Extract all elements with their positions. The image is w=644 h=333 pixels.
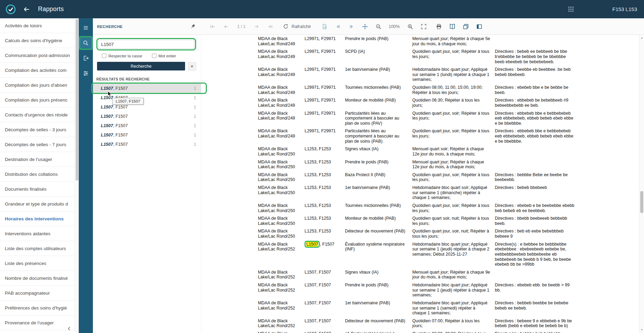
intervention-cell: Détecteur de mouvement (PAB) — [345, 229, 408, 239]
clear-search-button[interactable]: × — [188, 62, 196, 70]
sidebar-report-item[interactable]: Compilation des jours d'absen — [0, 78, 75, 93]
directives-cell: Directives : ebbebeb bbe e bebbebebeb ee… — [495, 129, 575, 144]
refresh-icon — [283, 23, 289, 29]
report-row: MDAA de Black Lake/Lac Rond/252 L1507, F… — [258, 240, 639, 268]
sidebar-report-item[interactable]: Documents finalisés — [0, 182, 75, 197]
sidebar-report-item[interactable]: Provenance de l'usager — [0, 315, 75, 330]
match-case-option[interactable]: Respecter la casse — [102, 54, 142, 58]
sidebar-report-item[interactable]: Communication post-admission — [0, 48, 75, 63]
report-row: MDAA de Black Lake/Lac Rond/250 L1253, F… — [258, 215, 639, 227]
results-title: RÉSULTATS DE RECHERCHE — [93, 70, 201, 84]
prev-page-icon[interactable] — [223, 23, 229, 30]
sidebar-report-item[interactable]: Compilation des jours présenc — [0, 93, 75, 107]
sidebar-report-item[interactable]: Calculs des soins d'hygiène — [0, 33, 75, 48]
search-result-item[interactable]: L1507, F1507 1 — [93, 112, 201, 121]
sidebar-item-label: Compilation des activités com — [5, 68, 67, 73]
search-button[interactable]: Recherche — [97, 62, 185, 70]
apps-grid-icon[interactable] — [566, 4, 576, 14]
result-count: 1 — [194, 142, 196, 147]
zoom-out-icon[interactable] — [375, 23, 382, 30]
sidebar-report-item[interactable]: Grandeur et type de produits d — [0, 197, 75, 211]
schedule-cell: Quotidien 08:00, 20:00; Répéter à tous l… — [412, 331, 490, 333]
book-view-icon[interactable] — [449, 23, 455, 30]
app-logo-icon[interactable] — [5, 3, 17, 15]
sidebar-report-item[interactable]: Compilation des activités com — [0, 63, 75, 78]
sidebar-report-item[interactable]: Liste des comptes utilisateurs — [0, 241, 75, 256]
scroll-down-arrow[interactable]: ▼ — [640, 327, 644, 332]
report-row: MDAA de Black Lake/Lac Rond/249 L29971, … — [258, 127, 639, 145]
sidebar-report-item[interactable]: Décomptes de selles - 3 jours — [0, 122, 75, 137]
search-result-item[interactable]: L1507, F1507 1 — [93, 130, 201, 140]
sidebar-report-item[interactable]: Activités de loisirs — [0, 18, 75, 33]
search-result-item[interactable]: L1507, F1507 1 — [93, 140, 201, 149]
bed-cell: L29971, F29971 — [305, 111, 340, 126]
search-input-annotation — [96, 38, 196, 50]
sidebar-report-item[interactable]: Liste des présences — [0, 256, 75, 271]
search-input[interactable] — [98, 40, 194, 49]
result-rest-text: , F1507 — [113, 123, 127, 128]
search-result-item[interactable]: L1507, F1507 1 — [93, 121, 201, 130]
menu-icon[interactable] — [79, 21, 93, 35]
zoom-in-icon[interactable] — [407, 23, 413, 30]
bed-cell: L29971, F29971 — [305, 36, 340, 46]
sidebar-scrollbar[interactable] — [75, 18, 79, 333]
sidebar-report-item[interactable]: Distribution des collations — [0, 167, 75, 182]
intervention-cell: Particularités liées au comportement à b… — [345, 111, 408, 126]
search-panel: Respecter la casse Mot entier Recherche … — [93, 35, 201, 333]
export-view-icon[interactable] — [321, 23, 328, 30]
intervention-cell: #1 Particularité(s) liée(s) à l'habillem… — [345, 331, 408, 333]
report-row: MDAA de Black Lake/Lac Rond/249 L29971, … — [258, 84, 639, 96]
search-options: Respecter la casse Mot entier — [93, 50, 201, 58]
sidebar-scrollbar-thumb[interactable] — [76, 19, 78, 181]
sidebar-collapse-chevron[interactable]: ‹ — [68, 324, 70, 332]
whole-word-option[interactable]: Mot entier — [152, 54, 176, 58]
pan-tool-icon[interactable] — [362, 23, 368, 30]
next-view-icon[interactable] — [348, 23, 355, 30]
search-result-item[interactable]: L1507, F1507 1 — [93, 102, 201, 112]
sidebar-report-item[interactable]: Horaires des interventions — [0, 211, 75, 226]
intervention-cell: 1er bain/semaine (PAB) — [345, 185, 408, 200]
sidebar-item-label: Horaires des interventions — [5, 216, 64, 221]
schedule-cell: Hebdomadaire bloc quart soir; Appliqué s… — [412, 185, 490, 200]
topbar: Rapports F153 L153 — [0, 0, 644, 18]
bed-text: L1507, F1507 — [305, 270, 331, 275]
sidebar-report-item[interactable]: Destination de l'usager — [0, 152, 75, 167]
sidebar-report-item[interactable]: Nombre de documents finalisé — [0, 271, 75, 286]
next-page-icon[interactable] — [253, 23, 260, 30]
scroll-up-arrow[interactable]: ▲ — [640, 36, 644, 40]
directives-cell: Directives : bbebb beebeeeb bebbebb beeb… — [495, 216, 575, 226]
sidebar-report-item[interactable]: Préférences des soins d'hygiè — [0, 301, 75, 315]
report-row: MDAA de Black Lake/Lac Rond/249 L29971, … — [258, 48, 639, 66]
document-scrollbar[interactable]: ▲ ▼ — [639, 35, 644, 333]
pin-icon[interactable] — [190, 23, 196, 29]
scrollbar-thumb[interactable] — [640, 191, 643, 213]
report-row: MDAA de Black Lake/Lac Rond/250 L1253, F… — [258, 171, 639, 184]
match-case-checkbox[interactable] — [102, 54, 106, 58]
layers-icon[interactable] — [463, 23, 469, 30]
refresh-button[interactable]: Rafraîchir — [283, 23, 311, 29]
back-button[interactable] — [21, 4, 32, 15]
panel-toggle-icon[interactable] — [476, 23, 482, 30]
first-page-icon[interactable] — [210, 23, 216, 30]
directives-cell: Directives : ebebeb e be beebebbe ebebb … — [495, 203, 575, 213]
sidebar-report-item[interactable]: Contacts d'urgence des réside — [0, 107, 75, 122]
report-row: MDAA de Black Lake/Lac Rond/249 L29971, … — [258, 35, 639, 48]
sidebar-report-item[interactable]: PAB accompagnateur — [0, 286, 75, 301]
sidebar-report-item[interactable]: Décomptes de selles - 7 jours — [0, 137, 75, 152]
previous-view-icon[interactable] — [335, 23, 341, 30]
fit-screen-icon[interactable] — [421, 23, 427, 30]
bed-text: L1253, F1253 — [305, 146, 331, 151]
whole-word-checkbox[interactable] — [152, 54, 156, 58]
last-page-icon[interactable] — [267, 23, 273, 30]
sidebar-item-label: Contacts d'urgence des réside — [5, 112, 68, 117]
search-icon[interactable] — [79, 36, 93, 50]
bed-text: L29971, F29971 — [305, 129, 336, 133]
search-results-list: L1507, F1507 1 L1507, F1507 1 L1507, F15… — [93, 84, 201, 149]
export-icon[interactable] — [79, 51, 93, 65]
result-count: 1 — [194, 133, 196, 137]
intervention-cell: Prendre le poids (PAB) — [345, 283, 408, 298]
page-nav-group: 1 / 1 — [210, 23, 273, 30]
filters-icon[interactable] — [79, 66, 93, 80]
sidebar-report-item[interactable]: Interventions aidantes — [0, 226, 75, 241]
print-icon[interactable] — [436, 23, 442, 30]
